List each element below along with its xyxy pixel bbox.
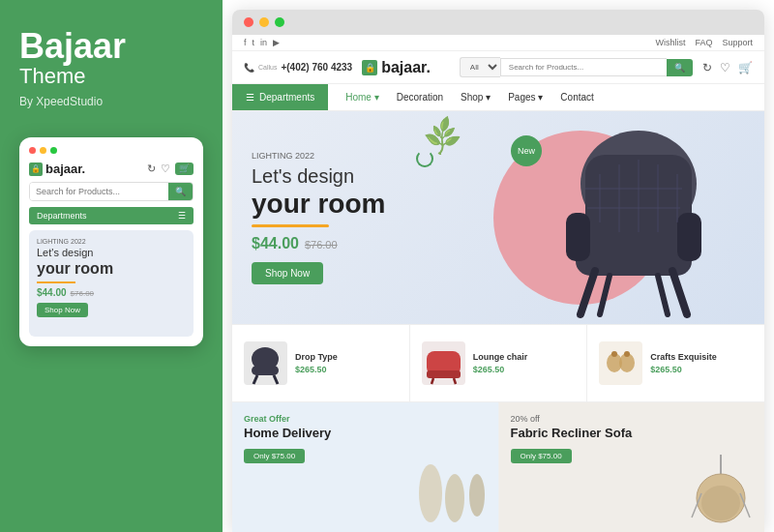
promo-title-1: Home Delivery [244, 426, 487, 441]
mobile-window-dots [29, 147, 194, 154]
product-thumb-2 [422, 341, 465, 385]
mobile-header: 🔒 bajaar. ↻ ♡ 🛒 [29, 162, 194, 176]
product-thumb-3 [599, 341, 642, 385]
hero-price-row: $44.00 $76.00 [252, 235, 385, 252]
desktop-hero: 🌿 LIGHTING 2022 Let's design your room $… [232, 111, 764, 324]
mobile-search-button[interactable]: 🔍 [168, 183, 193, 200]
svg-line-8 [658, 276, 668, 314]
nav-contact[interactable]: Contact [552, 84, 601, 110]
mobile-search-bar: 🔍 [29, 182, 194, 201]
mobile-hero-underline [37, 281, 75, 283]
product-card-1[interactable]: Drop Type $265.50 [232, 325, 410, 401]
mobile-logo-text: bajaar. [45, 162, 85, 176]
hero-h1-text: Let's design [252, 165, 354, 187]
shop-now-button[interactable]: Shop Now [252, 262, 323, 284]
svg-point-36 [701, 486, 740, 520]
svg-line-7 [600, 276, 610, 314]
svg-line-5 [580, 271, 595, 314]
desktop-search-input[interactable] [500, 58, 667, 76]
hamburger-menu-icon: ☰ [246, 92, 254, 103]
cart-icon[interactable]: 🛒 [738, 61, 753, 74]
wishlist-heart-icon[interactable]: ♡ [720, 61, 730, 74]
mobile-header-icons: ↻ ♡ 🛒 [147, 163, 194, 175]
desktop-search-button[interactable]: 🔍 [667, 59, 693, 76]
mobile-refresh-icon[interactable]: ↻ [147, 163, 156, 175]
product-thumb-1 [244, 341, 287, 385]
mobile-wishlist-icon[interactable]: ♡ [161, 163, 170, 175]
product-price-1: $265.50 [295, 365, 398, 374]
brand-title: Bajaar [19, 29, 203, 64]
svg-point-32 [445, 474, 464, 522]
desktop-header-logo: 🔒 bajaar. [362, 59, 431, 76]
mobile-cart-icon[interactable]: 🛒 [175, 163, 194, 175]
mobile-departments-bar[interactable]: Departments ☰ [29, 207, 194, 224]
nav-shop[interactable]: Shop ▾ [453, 84, 498, 110]
dot-yellow [40, 147, 46, 154]
mobile-hero-h1-bold: your room [37, 259, 186, 278]
promo-button-1[interactable]: Only $75.00 [244, 449, 305, 463]
dot-red [29, 147, 36, 154]
svg-rect-23 [427, 370, 461, 378]
nav-decoration[interactable]: Decoration [389, 84, 451, 110]
phone-icon: 📞 [244, 63, 254, 73]
desktop-header: 📞 Callus +(402) 760 4233 🔒 bajaar. All 🔍… [232, 51, 764, 84]
left-panel: Bajaar Theme By XpeedStudio 🔒 bajaar. ↻ … [0, 0, 223, 532]
svg-rect-4 [677, 213, 701, 261]
youtube-icon[interactable]: ▶ [273, 38, 280, 47]
nav-departments-button[interactable]: ☰ Departments [232, 84, 328, 110]
top-links: Wishlist FAQ Support [655, 38, 753, 47]
product-info-1: Drop Type $265.50 [295, 352, 398, 374]
svg-point-29 [611, 351, 617, 357]
refresh-icon[interactable]: ↻ [702, 61, 712, 74]
svg-point-30 [624, 351, 630, 357]
hamburger-icon: ☰ [178, 211, 186, 221]
product-card-3[interactable]: Crafts Exquisite $265.50 [587, 325, 764, 401]
product-name-3: Crafts Exquisite [650, 352, 753, 362]
spinner-decoration [416, 150, 433, 167]
product-info-3: Crafts Exquisite $265.50 [650, 352, 753, 374]
nav-pages[interactable]: Pages ▾ [500, 84, 551, 110]
search-category-select[interactable]: All [460, 57, 500, 77]
support-link[interactable]: Support [722, 38, 753, 47]
desktop-window-chrome [232, 10, 764, 35]
hero-heading: Let's design your room [252, 164, 385, 221]
brand-by: By XpeedStudio [19, 95, 203, 108]
mobile-search-input[interactable] [30, 183, 168, 200]
linkedin-icon[interactable]: in [260, 38, 267, 47]
promo-20off-label: 20% off [511, 414, 754, 424]
mobile-hero-price: $44.00 $76.00 [37, 287, 186, 298]
facebook-icon[interactable]: f [244, 38, 247, 47]
mobile-mockup: 🔒 bajaar. ↻ ♡ 🛒 🔍 Departments ☰ LIGHTING… [19, 137, 203, 346]
wdot-red [244, 17, 253, 27]
product-info-2: Lounge chair $265.50 [473, 352, 576, 374]
logo-lock-icon: 🔒 [362, 60, 377, 75]
product-cards-row: Drop Type $265.50 Lounge chair [232, 324, 764, 401]
product-card-2[interactable]: Lounge chair $265.50 [410, 325, 588, 401]
phone-label: Callus [258, 64, 277, 71]
nav-links: Home ▾ Decoration Shop ▾ Pages ▾ Contact [328, 84, 611, 110]
svg-rect-3 [566, 213, 590, 261]
faq-link[interactable]: FAQ [695, 38, 712, 47]
promo-card-1: Great Offer Home Delivery Only $75.00 [232, 402, 499, 532]
promo-row: Great Offer Home Delivery Only $75.00 20… [232, 401, 764, 532]
header-search-group: All 🔍 [460, 57, 693, 77]
desktop-window: f t in ▶ Wishlist FAQ Support 📞 Callus +… [232, 10, 764, 532]
svg-point-31 [419, 464, 442, 522]
logo-text: bajaar. [381, 59, 431, 76]
nav-home[interactable]: Home ▾ [338, 84, 386, 110]
promo-offer-label-1: Great Offer [244, 414, 487, 424]
wdot-green [275, 17, 284, 27]
hero-underline-decoration [252, 224, 329, 227]
desktop-top-bar: f t in ▶ Wishlist FAQ Support [232, 35, 764, 51]
promo-button-2[interactable]: Only $75.00 [511, 449, 572, 463]
wishlist-link[interactable]: Wishlist [655, 38, 685, 47]
promo-card-2: 20% off Fabric Recliner Sofa Only $75.00 [499, 402, 765, 532]
mobile-hero-h1: Let's design your room [37, 247, 186, 278]
product-price-2: $265.50 [473, 365, 576, 374]
mobile-shop-now-button[interactable]: Shop Now [37, 303, 88, 317]
twitter-icon[interactable]: t [253, 38, 255, 47]
hero-chair-image [532, 121, 745, 324]
product-name-1: Drop Type [295, 352, 398, 362]
hero-label: LIGHTING 2022 [252, 151, 385, 161]
hero-price: $44.00 [252, 235, 299, 252]
